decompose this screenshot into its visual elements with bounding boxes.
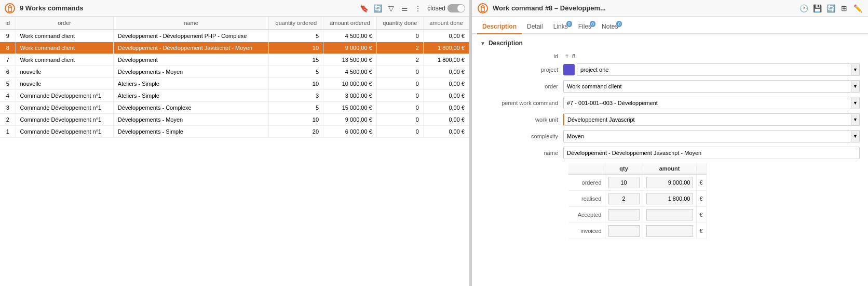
ordered-label: ordered bbox=[568, 174, 605, 191]
col-name[interactable]: name bbox=[113, 17, 269, 30]
tab-badge: 0 bbox=[566, 21, 572, 27]
bookmark-icon[interactable]: 🔖 bbox=[359, 3, 369, 14]
col-order[interactable]: order bbox=[16, 17, 113, 30]
table-row[interactable]: 9 Work command client Développement - Dé… bbox=[0, 30, 469, 42]
table-row[interactable]: 8 Work command client Développement - Dé… bbox=[0, 42, 469, 54]
row-qty-done: 0 bbox=[376, 78, 423, 90]
edit-icon[interactable]: ✏️ bbox=[852, 3, 863, 14]
table-row[interactable]: 1 Commande Développement n°1 Développeme… bbox=[0, 126, 469, 138]
invoiced-label: invoiced bbox=[568, 223, 605, 239]
name-input[interactable] bbox=[563, 147, 860, 159]
history-icon[interactable]: 🕐 bbox=[798, 3, 809, 14]
refresh-icon[interactable]: 🔄 bbox=[372, 3, 383, 14]
qty-amount-table: qty amount ordered € realised bbox=[568, 163, 860, 239]
realised-amt-cell bbox=[643, 191, 696, 207]
realised-row: realised € bbox=[568, 191, 706, 207]
row-order: Work command client bbox=[16, 42, 113, 54]
accepted-label: Accepted bbox=[568, 207, 605, 223]
description-section-header[interactable]: ▼ Description bbox=[480, 40, 860, 47]
accepted-qty-input[interactable] bbox=[608, 209, 640, 220]
ordered-qty-input[interactable] bbox=[608, 177, 640, 188]
realised-qty-input[interactable] bbox=[608, 193, 640, 204]
row-qty-ordered: 3 bbox=[269, 90, 323, 102]
project-input[interactable] bbox=[577, 63, 851, 76]
tab-notes[interactable]: Notes0 bbox=[596, 20, 623, 34]
row-qty-ordered: 10 bbox=[269, 42, 323, 54]
row-amt-ordered: 10 000,00 € bbox=[323, 78, 377, 90]
row-amt-ordered: 9 000,00 € bbox=[323, 42, 377, 54]
amount-col-header: amount bbox=[643, 163, 696, 174]
columns-icon[interactable]: ⚌ bbox=[399, 3, 410, 14]
col-qty-done[interactable]: quantity done bbox=[376, 17, 423, 30]
col-amt-ordered[interactable]: amount ordered bbox=[323, 17, 377, 30]
parent-select-wrapper: ▼ bbox=[563, 97, 860, 109]
invoiced-amt-input[interactable] bbox=[646, 225, 693, 237]
toggle-track[interactable] bbox=[447, 4, 465, 12]
sync-icon[interactable]: 🔄 bbox=[825, 3, 836, 14]
row-amt-done: 0,00 € bbox=[423, 102, 469, 114]
ordered-euro: € bbox=[696, 174, 706, 191]
row-amt-ordered: 9 000,00 € bbox=[323, 114, 377, 126]
closed-toggle[interactable]: closed bbox=[427, 4, 465, 12]
row-amt-done: 1 800,00 € bbox=[423, 54, 469, 66]
complexity-input[interactable] bbox=[563, 130, 851, 142]
name-field-row: name bbox=[480, 147, 860, 159]
complexity-value: ▼ bbox=[563, 130, 860, 142]
row-amt-ordered: 3 000,00 € bbox=[323, 90, 377, 102]
svg-rect-3 bbox=[481, 7, 484, 11]
row-qty-done: 2 bbox=[376, 42, 423, 54]
filter-icon[interactable]: ▽ bbox=[386, 3, 396, 14]
project-color-swatch[interactable] bbox=[563, 64, 575, 75]
order-field-row: order ▼ bbox=[480, 80, 860, 93]
workunit-dropdown-arrow[interactable]: ▼ bbox=[851, 113, 860, 126]
table-row[interactable]: 7 Work command client Développement 15 1… bbox=[0, 54, 469, 66]
workunit-value: ▼ bbox=[563, 113, 860, 126]
col-id[interactable]: id bbox=[0, 17, 16, 30]
invoiced-qty-input[interactable] bbox=[608, 225, 640, 237]
workunit-select-wrapper: ▼ bbox=[563, 113, 860, 126]
right-panel-title: Work command #8 – Développem... bbox=[493, 4, 794, 12]
tab-links[interactable]: Links0 bbox=[548, 20, 573, 34]
realised-amt-input[interactable] bbox=[646, 193, 693, 204]
project-dropdown-arrow[interactable]: ▼ bbox=[851, 63, 860, 76]
toggle-thumb bbox=[457, 5, 465, 12]
left-panel: 9 Works commands 🔖 🔄 ▽ ⚌ ⋮ closed id ord… bbox=[0, 0, 470, 286]
save-icon[interactable]: 💾 bbox=[812, 3, 822, 14]
row-order: Work command client bbox=[16, 30, 113, 42]
tab-description[interactable]: Description bbox=[477, 20, 522, 34]
order-input[interactable] bbox=[563, 80, 851, 93]
tab-files[interactable]: Files0 bbox=[573, 20, 596, 34]
menu-icon[interactable]: ⋮ bbox=[413, 3, 423, 14]
accepted-amt-input[interactable] bbox=[646, 209, 693, 220]
row-id: 9 bbox=[0, 30, 16, 42]
row-id: 6 bbox=[0, 66, 16, 78]
order-dropdown-arrow[interactable]: ▼ bbox=[851, 80, 860, 93]
table-row[interactable]: 5 nouvelle Ateliers - Simple 10 10 000,0… bbox=[0, 78, 469, 90]
id-field-label: id bbox=[480, 53, 563, 59]
table-row[interactable]: 2 Commande Développement n°1 Développeme… bbox=[0, 114, 469, 126]
tab-detail[interactable]: Detail bbox=[522, 20, 548, 34]
row-amt-done: 0,00 € bbox=[423, 126, 469, 138]
table-row[interactable]: 6 nouvelle Développements - Moyen 5 4 50… bbox=[0, 66, 469, 78]
row-amt-done: 0,00 € bbox=[423, 66, 469, 78]
complexity-dropdown-arrow[interactable]: ▼ bbox=[851, 130, 860, 142]
row-id: 3 bbox=[0, 102, 16, 114]
row-id: 8 bbox=[0, 42, 16, 54]
detail-content: ▼ Description id # 8 project ▼ order bbox=[472, 34, 868, 286]
parent-value: ▼ bbox=[563, 97, 860, 109]
workunit-input[interactable] bbox=[563, 113, 851, 126]
row-order: nouvelle bbox=[16, 78, 113, 90]
ordered-amt-input[interactable] bbox=[646, 177, 693, 188]
invoiced-euro: € bbox=[696, 223, 706, 239]
col-amt-done[interactable]: amount done bbox=[423, 17, 469, 30]
col-qty-ordered[interactable]: quantity ordered bbox=[269, 17, 323, 30]
table-row[interactable]: 3 Commande Développement n°1 Développeme… bbox=[0, 102, 469, 114]
parent-input[interactable] bbox=[563, 97, 851, 109]
table-row[interactable]: 4 Commande Développement n°1 Ateliers - … bbox=[0, 90, 469, 102]
parent-dropdown-arrow[interactable]: ▼ bbox=[851, 97, 860, 109]
row-id: 2 bbox=[0, 114, 16, 126]
invoiced-qty-cell bbox=[605, 223, 643, 239]
row-amt-done: 1 800,00 € bbox=[423, 42, 469, 54]
grid-icon[interactable]: ⊞ bbox=[839, 3, 849, 14]
invoiced-amt-cell bbox=[643, 223, 696, 239]
